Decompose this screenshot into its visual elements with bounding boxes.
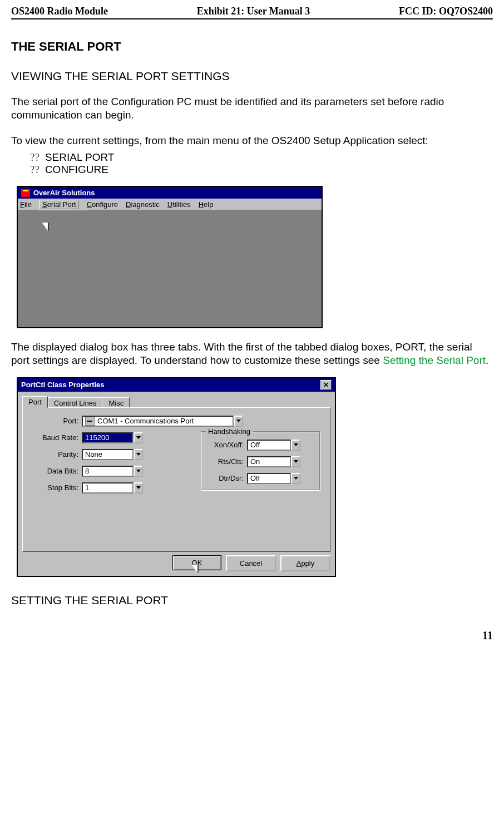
dialog-title: PortCtl Class Properties — [21, 381, 105, 389]
header-right: FCC ID: OQ7OS2400 — [399, 6, 493, 17]
header-center: Exhibit 21: User Manual 3 — [197, 6, 310, 17]
label-parity: Parity: — [32, 450, 78, 458]
portctl-dialog: PortCtl Class Properties ✕ Port Control … — [17, 377, 336, 577]
combo-xonxoff[interactable]: Off — [247, 440, 300, 451]
combo-dtrdsr-value: Off — [247, 473, 291, 484]
chevron-down-icon[interactable] — [134, 466, 143, 477]
combo-parity-value: None — [82, 449, 134, 460]
window-title: OverAir Solutions — [33, 189, 95, 197]
paragraph-intro: The serial port of the Configuration PC … — [11, 95, 493, 122]
label-xonxoff: Xon/Xoff: — [208, 441, 244, 449]
tab-port[interactable]: Port — [22, 396, 48, 408]
tab-panel-port: Port: COM1 - Communications Port Baud Ra… — [22, 407, 330, 552]
ok-button[interactable]: OK — [172, 555, 221, 570]
label-dtrdsr: Dtr/Dsr: — [208, 474, 244, 482]
combo-baud[interactable]: 115200 — [82, 432, 143, 443]
menu-diagnostic[interactable]: Diagnostic — [126, 200, 160, 209]
figure-portctl-dialog: PortCtl Class Properties ✕ Port Control … — [11, 377, 493, 577]
list-item: ??CONFIGURE — [30, 164, 493, 176]
combo-stopbits[interactable]: 1 — [82, 482, 143, 494]
chevron-down-icon[interactable] — [134, 449, 143, 460]
label-port: Port: — [32, 417, 78, 425]
combo-port[interactable]: COM1 - Communications Port — [82, 416, 243, 427]
tab-control-lines[interactable]: Control Lines — [48, 397, 103, 408]
window-titlebar: OverAir Solutions — [18, 187, 322, 199]
tab-misc[interactable]: Misc — [102, 397, 130, 408]
bullet-marker: ?? — [30, 151, 39, 163]
app-icon — [21, 189, 30, 197]
chevron-down-icon[interactable] — [291, 473, 300, 484]
combo-stopbits-value: 1 — [82, 482, 134, 494]
apply-button[interactable]: Apply — [280, 555, 330, 571]
list-item: ??SERIAL PORT — [30, 151, 493, 164]
combo-rtscts[interactable]: On — [247, 456, 300, 467]
row-rtscts: Rts/Cts: On — [208, 456, 313, 467]
cursor-icon — [42, 220, 52, 231]
row-port: Port: COM1 - Communications Port — [32, 416, 321, 427]
list-item-label: SERIAL PORT — [45, 151, 115, 163]
dialog-button-row: OK Cancel Apply — [22, 555, 330, 571]
combo-dtrdsr[interactable]: Off — [247, 473, 300, 484]
menu-configure[interactable]: Configure — [87, 200, 118, 209]
chevron-down-icon[interactable] — [291, 456, 300, 467]
heading-viewing-settings: VIEWING THE SERIAL PORT SETTINGS — [11, 70, 493, 83]
dialog-titlebar: PortCtl Class Properties ✕ — [18, 378, 335, 392]
legend-handshaking: Handshaking — [206, 427, 253, 436]
header-left: OS2400 Radio Module — [11, 6, 108, 17]
window-client-area — [18, 210, 322, 327]
serial-port-icon — [85, 417, 95, 426]
combo-baud-value: 115200 — [82, 432, 134, 443]
paragraph-tabs-description: The displayed dialog box has three tabs.… — [11, 341, 493, 367]
label-databits: Data Bits: — [32, 467, 78, 475]
row-dtrdsr: Dtr/Dsr: Off — [208, 473, 313, 484]
combo-databits[interactable]: 8 — [82, 466, 143, 477]
chevron-down-icon[interactable] — [291, 440, 300, 451]
page-header: OS2400 Radio Module Exhibit 21: User Man… — [11, 6, 493, 19]
fieldset-handshaking: Handshaking Xon/Xoff: Off Rts/Cts: On — [201, 431, 320, 490]
combo-port-value: COM1 - Communications Port — [97, 417, 194, 425]
menu-help[interactable]: Help — [199, 200, 214, 209]
cancel-button[interactable]: Cancel — [226, 555, 276, 571]
heading-setting-serial-port: SETTING THE SERIAL PORT — [11, 594, 493, 607]
bullet-marker: ?? — [30, 164, 39, 175]
combo-parity[interactable]: None — [82, 449, 143, 460]
tab-row: Port Control Lines Misc — [22, 396, 330, 407]
label-stopbits: Stop Bits: — [32, 483, 78, 492]
page-number: 11 — [11, 629, 493, 642]
chevron-down-icon[interactable] — [134, 432, 143, 443]
combo-rtscts-value: On — [247, 456, 291, 467]
menu-file[interactable]: File — [20, 200, 32, 209]
menu-utilities[interactable]: Utilities — [167, 200, 191, 209]
label-baud: Baud Rate: — [32, 433, 78, 442]
link-setting-serial-port[interactable]: Setting the Serial Port — [383, 354, 486, 366]
combo-xonxoff-value: Off — [247, 440, 291, 451]
row-xonxoff: Xon/Xoff: Off — [208, 440, 313, 451]
overair-window: OverAir Solutions File Serial Port Confi… — [17, 186, 323, 328]
paragraph-instructions: To view the current settings, from the m… — [11, 134, 493, 147]
chevron-down-icon[interactable] — [134, 482, 143, 494]
combo-databits-value: 8 — [82, 466, 134, 477]
close-button[interactable]: ✕ — [320, 380, 332, 390]
list-item-label: CONFIGURE — [45, 164, 108, 175]
chevron-down-icon[interactable] — [234, 416, 243, 427]
figure-overair-window: OverAir Solutions File Serial Port Confi… — [11, 186, 493, 328]
menu-path-list: ??SERIAL PORT ??CONFIGURE — [30, 151, 493, 176]
menu-serial-port[interactable]: Serial Port — [39, 200, 79, 209]
menubar: File Serial Port Configure Diagnostic Ut… — [18, 199, 322, 210]
label-rtscts: Rts/Cts: — [208, 457, 244, 466]
heading-serial-port: THE SERIAL PORT — [11, 40, 493, 54]
